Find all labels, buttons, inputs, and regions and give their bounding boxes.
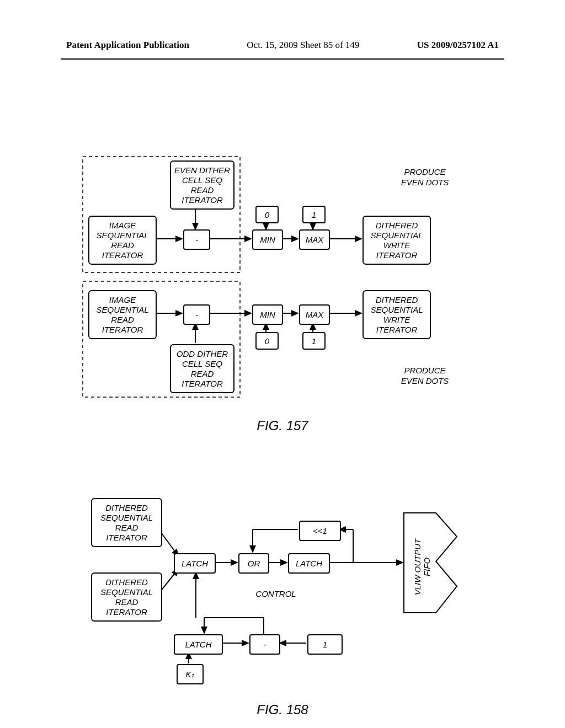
header-publication: Patent Application Publication xyxy=(66,40,189,51)
header-pubnumber: US 2009/0257102 A1 xyxy=(417,40,499,51)
box-image-iterator-bot: IMAGESEQUENTIALREADITERATOR xyxy=(88,290,157,339)
label-control: CONTROL xyxy=(243,589,309,599)
box-sub-bot: - xyxy=(183,304,210,325)
box-dithered-read-1: DITHEREDSEQUENTIALREADITERATOR xyxy=(91,498,162,547)
box-latch-1: LATCH xyxy=(174,553,216,574)
box-min-top: MIN xyxy=(252,229,283,250)
box-max-top: MAX xyxy=(299,229,330,250)
box-one-158: 1 xyxy=(307,634,343,655)
header-sheet: Oct. 15, 2009 Sheet 85 of 149 xyxy=(247,40,359,51)
fig157-overlay xyxy=(0,60,565,728)
svg-line-16 xyxy=(160,531,178,556)
box-or: OR xyxy=(238,553,269,574)
label-produce-even-bot: PRODUCEEVEN DOTS xyxy=(386,366,463,387)
box-latch-2: LATCH xyxy=(288,553,330,574)
box-dithered-write-bot: DITHEREDSEQUENTIALWRITEITERATOR xyxy=(363,290,431,339)
fifo-label: VLIW OUTPUTFIFO xyxy=(413,534,431,600)
fig157-caption: FIG. 157 xyxy=(0,418,565,433)
box-one-bot: 1 xyxy=(302,332,326,350)
page-header: Patent Application Publication Oct. 15, … xyxy=(0,0,565,56)
box-zero-bot: 0 xyxy=(255,332,279,350)
box-sub-top: - xyxy=(183,229,210,250)
box-dithered-read-2: DITHEREDSEQUENTIALREADITERATOR xyxy=(91,572,162,622)
box-k1: K₁ xyxy=(177,664,204,684)
header-rule xyxy=(61,58,504,60)
label-produce-even-top: PRODUCEEVEN DOTS xyxy=(386,167,463,188)
box-max-bot: MAX xyxy=(299,304,330,325)
box-odd-dither: ODD DITHERCELL SEQREADITERATOR xyxy=(170,344,234,393)
box-latch-3: LATCH xyxy=(174,634,223,655)
box-zero-top: 0 xyxy=(255,206,279,223)
box-sub-158: - xyxy=(249,634,280,655)
box-min-bot: MIN xyxy=(252,304,283,325)
box-image-iterator-top: IMAGESEQUENTIALREADITERATOR xyxy=(88,216,157,265)
box-even-dither: EVEN DITHERCELL SEQREADITERATOR xyxy=(170,160,234,210)
fig158-caption: FIG. 158 xyxy=(0,702,565,718)
box-dithered-write-top: DITHEREDSEQUENTIALWRITEITERATOR xyxy=(363,216,431,265)
box-one-top: 1 xyxy=(302,206,326,223)
box-shift: <<1 xyxy=(299,521,341,541)
